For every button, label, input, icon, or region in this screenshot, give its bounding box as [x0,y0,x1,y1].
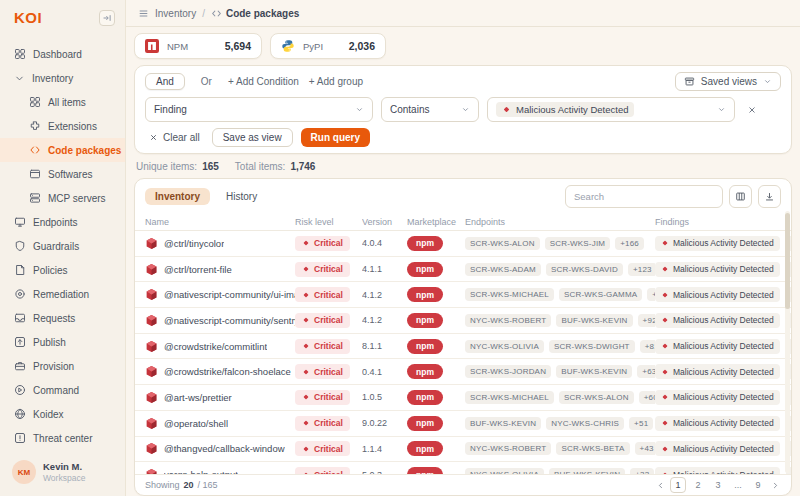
finding-badge: Malicious Activity Detected [655,467,780,474]
next-page-button[interactable] [770,481,781,490]
results-summary: Unique items: 165 Total items: 1,746 [136,161,790,172]
page-button-3[interactable]: 3 [710,477,726,493]
sidebar-item-publish[interactable]: Publish [0,330,125,354]
sidebar-item-policies[interactable]: Policies [0,258,125,282]
user-name: Kevin M. [43,461,85,472]
stat-card-npm[interactable]: NPM 5,694 [134,33,262,59]
package-name-cell: @nativescript-community/ui-image [145,288,295,301]
column-header-endpoints[interactable]: Endpoints [465,217,655,227]
tab-history[interactable]: History [216,188,267,205]
endpoint-more-pill[interactable]: +92 [638,314,655,327]
endpoints-cell: NYC-WKS-ROBERTSCR-WKS-BETA+43 [465,442,655,455]
table-row[interactable]: @ctrl/torrent-fileCritical4.1.1npmSCR-WK… [135,257,791,283]
columns-button[interactable] [729,185,752,208]
logic-or-button[interactable]: Or [195,74,218,89]
table-row[interactable]: yargs-help-outputCritical5.0.3npmNYC-WKS… [135,462,791,474]
endpoint-pill: SCR-WKS-ADAM [465,263,541,276]
run-query-button[interactable]: Run query [301,128,370,147]
logic-and-button[interactable]: And [145,73,185,90]
sidebar-item-all-items[interactable]: All items [0,90,125,114]
sidebar-item-extensions[interactable]: Extensions [0,114,125,138]
table-row[interactable]: @operato/shellCritical9.0.22npmBUF-WKS-K… [135,411,791,437]
tab-inventory[interactable]: Inventory [145,188,210,205]
sidebar-item-endpoints[interactable]: Endpoints [0,210,125,234]
endpoint-more-pill[interactable]: +43 [635,442,655,455]
sidebar-item-guardrails[interactable]: Guardrails [0,234,125,258]
sidebar-item-code-packages[interactable]: Code packages [0,138,125,162]
table-row[interactable]: @art-ws/prettierCritical1.0.5npmSCR-WKS-… [135,385,791,411]
endpoint-pill: SCR-WKS-GAMMA [559,288,642,301]
saved-views-button[interactable]: Saved views [675,72,781,91]
column-header-risk-level[interactable]: Risk level [295,217,362,227]
package-name-cell: @ctrl/torrent-file [145,263,295,276]
npm-icon [145,39,159,53]
column-header-name[interactable]: Name [145,217,295,227]
breadcrumb-section[interactable]: Inventory [155,8,196,19]
search-input[interactable] [565,185,723,208]
sidebar-item-remediation[interactable]: Remediation [0,282,125,306]
inventory-table-card: Inventory History NameRisk levelVersionM… [134,178,792,496]
clear-all-button[interactable]: Clear all [145,129,204,146]
sidebar-item-mcp-servers[interactable]: MCP servers [0,186,125,210]
table-row[interactable]: @crowdstrike/falcon-shoelaceCritical0.4.… [135,359,791,385]
finding-badge: Malicious Activity Detected [655,313,780,328]
column-header-marketplace[interactable]: Marketplace [407,217,465,227]
add-condition-link[interactable]: + Add Condition [228,76,299,87]
menu-icon[interactable] [138,8,149,19]
save-as-view-button[interactable]: Save as view [212,128,293,147]
download-button[interactable] [758,185,781,208]
field-select[interactable]: Finding [145,97,373,122]
value-select[interactable]: Malicious Activity Detected [487,97,735,122]
version-cell: 0.4.1 [362,367,407,377]
sidebar-item-threat-center[interactable]: Threat center [0,426,125,450]
marketplace-cell: npm [407,364,465,379]
endpoint-more-pill[interactable]: +51 [629,417,653,430]
page-button-2[interactable]: 2 [690,477,706,493]
x-icon [149,133,158,142]
diamond-icon [302,239,310,247]
sidebar-item-dashboard[interactable]: Dashboard [0,42,125,66]
column-header-version[interactable]: Version [362,217,407,227]
column-header-findings[interactable]: Findings [655,217,792,227]
sidebar-collapse-button[interactable] [99,10,115,26]
diamond-icon [302,419,310,427]
diamond-icon [661,239,669,247]
previous-page-button[interactable] [655,481,666,490]
sidebar-item-provision[interactable]: Provision [0,354,125,378]
operator-select[interactable]: Contains [381,97,479,122]
sidebar-item-inventory[interactable]: Inventory [0,66,125,90]
endpoint-pill: SCR-WKS-ALON [465,237,540,250]
alert-icon [14,432,26,444]
table-row[interactable]: @nativescript-community/ui-imageCritical… [135,282,791,308]
endpoint-more-pill[interactable]: +63 [637,365,655,378]
sidebar-item-command[interactable]: Command [0,378,125,402]
endpoint-more-pill[interactable]: +166 [615,237,644,250]
remove-condition-button[interactable] [743,101,761,119]
endpoint-more-pill[interactable]: +97 [647,288,655,301]
endpoint-more-pill[interactable]: +81 [640,340,655,353]
add-group-link[interactable]: + Add group [309,76,363,87]
sidebar-item-softwares[interactable]: Softwares [0,162,125,186]
user-card[interactable]: KM Kevin M. Workspace [0,450,125,496]
marketplace-pill: npm [407,364,443,379]
sidebar-item-requests[interactable]: Requests [0,306,125,330]
page-button-1[interactable]: 1 [670,477,686,493]
sidebar-item-koidex[interactable]: Koidex [0,402,125,426]
diamond-icon [302,445,310,453]
risk-cell: Critical [295,262,362,277]
page-ellipsis[interactable]: ... [730,477,746,493]
columns-icon [735,191,746,202]
page-button-9[interactable]: 9 [750,477,766,493]
endpoint-more-pill[interactable]: +60 [639,391,655,404]
table-row[interactable]: @thangved/callback-windowCritical1.1.4np… [135,437,791,463]
endpoint-more-pill[interactable]: +123 [628,263,655,276]
breadcrumb: Inventory / Code packages [126,0,800,27]
finding-badge: Malicious Activity Detected [655,339,780,354]
scrollbar-thumb[interactable] [785,213,790,309]
table-row[interactable]: @ctrl/tinycolorCritical4.0.4npmSCR-WKS-A… [135,231,791,257]
table-row[interactable]: @nativescript-community/sentryCritical4.… [135,308,791,334]
table-row[interactable]: @crowdstrike/commitlintCritical8.1.1npmN… [135,334,791,360]
table-toolbar: Inventory History [135,179,791,214]
stat-card-pypi[interactable]: PyPI 2,036 [270,33,386,59]
monitor-icon [14,216,26,228]
